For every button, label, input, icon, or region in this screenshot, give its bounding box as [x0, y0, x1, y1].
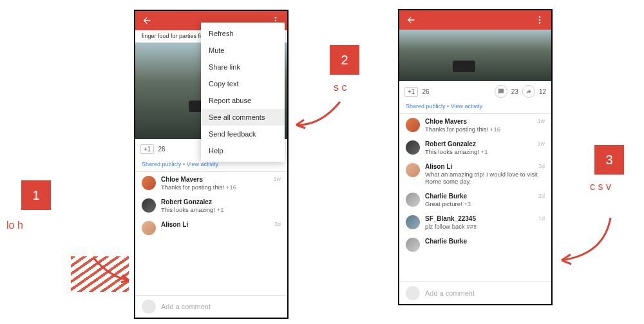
callout-2-badge: 2	[330, 45, 359, 75]
self-avatar	[142, 300, 156, 314]
comment-row[interactable]: Alison Li3d	[135, 217, 287, 239]
comment-time: 3d	[274, 221, 281, 227]
comment-author[interactable]: Charlie Burke	[425, 238, 545, 245]
comment-text: Great picture! +3	[425, 200, 545, 207]
comment-text: This looks amazing! +1	[425, 148, 545, 155]
share-icon[interactable]	[522, 85, 535, 98]
comment-text: Thanks for posting this! +16	[425, 126, 545, 133]
comment-author[interactable]: Chloe Mavers	[161, 176, 281, 183]
add-comment-placeholder: Add a comment	[161, 303, 211, 310]
comment-count: 23	[511, 88, 518, 95]
svg-point-5	[539, 22, 541, 24]
add-comment-row[interactable]: Add a comment	[399, 281, 551, 304]
plusone-button[interactable]: +1	[404, 87, 418, 97]
callout-3-badge: 3	[594, 145, 624, 175]
comment-row[interactable]: SF_Blank_22345plz follow back ##!!1d	[399, 211, 551, 234]
comments-list[interactable]: Chloe MaversThanks for posting this! +16…	[399, 114, 551, 256]
meta-separator: •	[183, 161, 185, 167]
avatar[interactable]	[142, 221, 156, 235]
shared-publicly-link[interactable]: Shared publicly	[142, 161, 182, 167]
avatar[interactable]	[406, 215, 420, 229]
avatar[interactable]	[406, 118, 420, 132]
comment-text: This looks amazing! +1	[161, 206, 281, 213]
menu-item-report-abuse[interactable]: Report abuse	[201, 92, 285, 109]
callout-3-text: c s v	[590, 180, 644, 193]
avatar[interactable]	[406, 163, 420, 177]
callout-1-badge: 1	[21, 180, 51, 210]
avatar[interactable]	[406, 193, 420, 207]
comment-text: What an amazing trip! I would love to vi…	[425, 171, 545, 185]
add-comment-placeholder: Add a comment	[425, 289, 475, 297]
callout-3-number: 3	[605, 153, 612, 167]
comment-author[interactable]: SF_Blank_22345	[425, 215, 545, 222]
phone-right: +1 26 23 12 Shared publicly • View activ…	[398, 9, 553, 305]
comment-icon[interactable]	[495, 85, 507, 98]
comment-time: 2d	[538, 193, 545, 199]
menu-item-mute[interactable]: Mute	[201, 42, 285, 59]
comment-row[interactable]: Chloe MaversThanks for posting this! +16…	[399, 114, 551, 137]
comment-row[interactable]: Charlie BurkeGreat picture! +32d	[399, 189, 551, 211]
menu-item-send-feedback[interactable]: Send feedback	[201, 126, 285, 142]
self-avatar	[406, 286, 420, 300]
comment-text: plz follow back ##!!	[425, 223, 545, 230]
comment-text: Thanks for posting this! +16	[161, 184, 281, 191]
comment-row[interactable]: Charlie Burke	[399, 234, 551, 256]
comment-row[interactable]: Chloe MaversThanks for posting this! +16…	[135, 172, 287, 195]
comments-list[interactable]: Chloe MaversThanks for posting this! +16…	[135, 172, 287, 239]
comment-author[interactable]: Robert Gonzalez	[425, 140, 545, 148]
overflow-menu: RefreshMuteShare linkCopy textReport abu…	[201, 23, 285, 162]
comment-plus-count: +16	[490, 126, 500, 133]
menu-item-help[interactable]: Help	[201, 142, 285, 159]
post-image[interactable]	[399, 30, 551, 81]
menu-item-refresh[interactable]: Refresh	[201, 25, 285, 42]
add-comment-row[interactable]: Add a comment	[135, 295, 287, 318]
svg-point-0	[275, 17, 277, 19]
callout-2-text: s c	[334, 81, 392, 93]
callout-1-number: 1	[32, 188, 39, 203]
callout-2-number: 2	[341, 53, 348, 68]
comment-time: 1w	[537, 140, 545, 147]
back-icon[interactable]	[406, 15, 416, 25]
view-activity-link[interactable]: View activity	[187, 161, 218, 167]
svg-point-3	[539, 16, 541, 18]
back-icon[interactable]	[142, 15, 152, 26]
avatar[interactable]	[406, 140, 420, 155]
avatar[interactable]	[142, 198, 156, 213]
action-row: +1 26 23 12	[399, 81, 551, 102]
avatar[interactable]	[406, 238, 420, 252]
meta-separator: •	[447, 103, 449, 110]
share-count: 12	[539, 88, 546, 95]
comment-row[interactable]: Robert GonzalezThis looks amazing! +1	[135, 195, 287, 217]
phone-left: finger food for parties first 5 people t…	[134, 10, 289, 319]
more-icon[interactable]	[535, 15, 545, 25]
meta-row: Shared publicly • View activity	[399, 102, 551, 114]
view-activity-link[interactable]: View activity	[451, 103, 482, 110]
comment-author[interactable]: Alison Li	[161, 221, 281, 228]
comment-row[interactable]: Robert GonzalezThis looks amazing! +11w	[399, 137, 551, 159]
comment-plus-count: +1	[217, 206, 224, 213]
comment-time: 3d	[538, 163, 545, 169]
comment-author[interactable]: Robert Gonzalez	[161, 198, 281, 205]
menu-item-see-all-comments[interactable]: See all comments	[201, 109, 285, 126]
svg-point-4	[539, 19, 541, 21]
arrow-2	[289, 97, 346, 135]
arrow-3	[553, 213, 617, 271]
comment-plus-count: +3	[464, 200, 471, 207]
comment-time: 1d	[538, 215, 545, 222]
decorative-stripes	[71, 256, 129, 292]
shared-publicly-link[interactable]: Shared publicly	[406, 103, 446, 110]
comment-author[interactable]: Charlie Burke	[425, 193, 545, 200]
comment-author[interactable]: Alison Li	[425, 163, 545, 170]
comment-author[interactable]: Chloe Mavers	[425, 118, 545, 125]
plusone-button[interactable]: +1	[140, 144, 154, 154]
appbar	[399, 10, 551, 30]
svg-point-1	[275, 20, 277, 22]
callout-1-text: lo h	[6, 219, 126, 231]
comment-row[interactable]: Alison LiWhat an amazing trip! I would l…	[399, 159, 551, 189]
menu-item-copy-text[interactable]: Copy text	[201, 75, 285, 92]
plusone-count: 26	[158, 146, 165, 153]
avatar[interactable]	[142, 176, 156, 190]
plusone-count: 26	[422, 88, 429, 95]
comment-plus-count: +1	[481, 148, 488, 155]
menu-item-share-link[interactable]: Share link	[201, 59, 285, 75]
